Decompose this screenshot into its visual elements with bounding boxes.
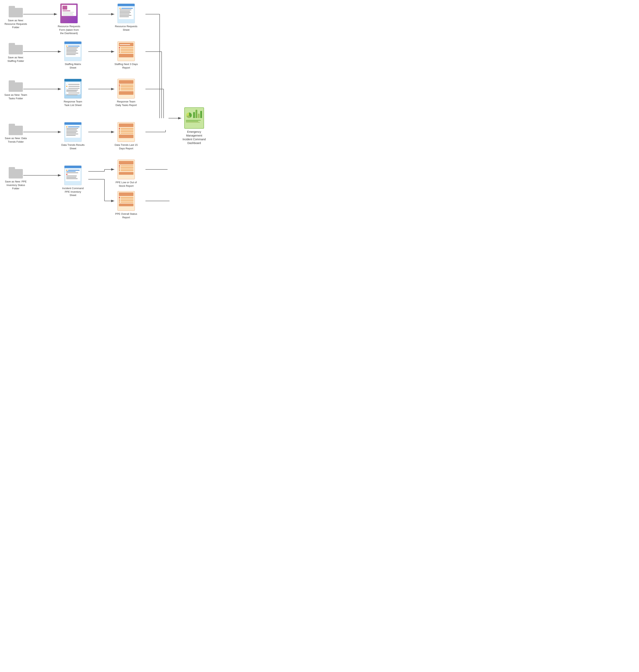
staffing-sheet-thumb <box>64 42 82 61</box>
ppe-overall-report-node: PPE Overall Status Report <box>114 191 138 219</box>
trends-sheet-thumb <box>64 122 82 142</box>
folder3-node: Save as New: Team Tasks Folder <box>4 80 28 100</box>
dashboard-label: Emergency Management Incident Command Da… <box>181 130 207 145</box>
folder1-icon <box>9 6 23 17</box>
ppe-overall-label: PPE Overall Status Report <box>114 212 138 219</box>
folder3-icon <box>9 80 23 92</box>
resource-sheet-node: Resource Requests Sheet <box>114 3 138 32</box>
dashboard-node: Emergency Management Incident Command Da… <box>181 107 207 145</box>
folder2-icon <box>9 43 23 54</box>
folder3-label: Save as New: Team Tasks Folder <box>4 93 28 100</box>
staffing-report-node: Staffing Next 3 Days Report <box>114 42 138 69</box>
task-report-node: Response Team Daily Tasks Report <box>114 79 138 107</box>
ppe-sheet-label: Incident Command PPE Inventory Sheet <box>61 187 85 197</box>
folder5-label: Save as New: PPE Inventory Status Folder <box>4 180 28 190</box>
folder5-icon <box>9 167 23 178</box>
task-report-label: Response Team Daily Tasks Report <box>114 100 138 107</box>
dashboard-thumb <box>184 107 204 129</box>
resource-form-thumb <box>60 3 78 23</box>
resource-form-node: Resource Requests Form (taken from the D… <box>57 3 81 35</box>
trends-report-node: Data Trends Last 15 Days Report <box>114 122 138 150</box>
folder1-node: Save as New: Resource Requests Folder <box>4 6 28 29</box>
ppe-low-thumb <box>118 160 135 179</box>
diagram-container: Save as New: Resource Requests Folder <box>0 0 213 224</box>
staffing-report-label: Staffing Next 3 Days Report <box>114 62 138 69</box>
trends-sheet-label: Data Trends Results Sheet <box>61 143 85 150</box>
staffing-report-thumb <box>118 42 135 61</box>
resource-sheet-thumb <box>118 3 135 23</box>
task-sheet-thumb: ✓ ✓ ✓ <box>64 79 82 98</box>
trends-report-label: Data Trends Last 15 Days Report <box>114 143 138 150</box>
task-sheet-label: Response Team Task List Sheet <box>61 100 85 107</box>
folder2-node: Save as New: Staffing Folder <box>4 43 28 63</box>
task-sheet-node: ✓ ✓ ✓ Response Team Task List Sheet <box>61 79 85 107</box>
ppe-sheet-node: Incident Command PPE Inventory Sheet <box>61 165 85 197</box>
folder2-label: Save as New: Staffing Folder <box>4 56 28 63</box>
ppe-sheet-thumb <box>64 165 82 185</box>
staffing-sheet-node: Staffing Matrix Sheet <box>61 42 85 69</box>
folder1-label: Save as New: Resource Requests Folder <box>4 19 28 29</box>
folder4-node: Save as New: Data Trends Folder <box>4 124 28 143</box>
arrows-svg <box>0 0 213 224</box>
task-report-thumb <box>118 79 135 98</box>
folder4-label: Save as New: Data Trends Folder <box>4 137 28 143</box>
staffing-sheet-label: Staffing Matrix Sheet <box>61 62 85 69</box>
ppe-low-label: PPE Low or Out of Stock Report <box>114 181 138 188</box>
ppe-overall-thumb <box>118 191 135 211</box>
resource-sheet-label: Resource Requests Sheet <box>114 25 138 32</box>
ppe-low-report-node: PPE Low or Out of Stock Report <box>114 160 138 188</box>
trends-sheet-node: Data Trends Results Sheet <box>61 122 85 150</box>
resource-form-label: Resource Requests Form (taken from the D… <box>57 25 81 35</box>
trends-report-thumb <box>118 122 135 142</box>
folder5-node: Save as New: PPE Inventory Status Folder <box>4 167 28 190</box>
folder4-icon <box>9 124 23 135</box>
